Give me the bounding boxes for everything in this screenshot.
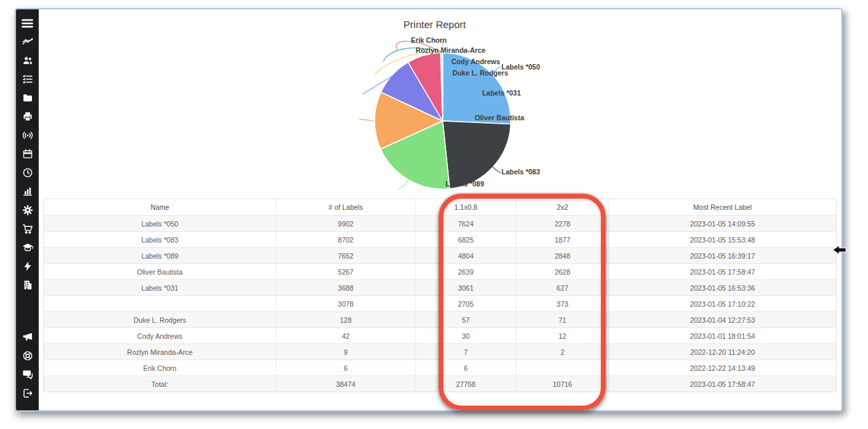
pie-slice[interactable]	[443, 121, 511, 189]
activity-chart-icon[interactable]	[16, 33, 39, 50]
pie-label: Labels *031	[482, 89, 521, 97]
table-cell: 2022-12-22 14:13:49	[609, 360, 837, 376]
pie-label: Labels *083	[501, 168, 540, 176]
table-cell: 3688	[276, 280, 415, 296]
pie-label: Oliver Bautista	[475, 114, 524, 122]
app-window: Printer Report Labels *050Labels *083Lab…	[15, 8, 843, 412]
table-cell: 2023-01-01 18:01:54	[609, 328, 837, 344]
shopping-cart-icon[interactable]	[16, 221, 39, 237]
table-cell: 9902	[276, 216, 415, 232]
pie-label: Cody Andrews	[451, 57, 500, 65]
sidebar	[16, 9, 39, 410]
table-row: Rozlyn Miranda-Arce9722022-12-20 11:24:2…	[44, 344, 837, 360]
table-total-row: Total:3847427758107162023-01-05 17:58:47	[44, 376, 837, 392]
lightning-bolt-icon[interactable]	[16, 258, 39, 275]
pie-leader-line	[491, 166, 501, 173]
table-cell: Erik Chorn	[44, 360, 276, 376]
clock-icon[interactable]	[16, 164, 39, 181]
table-row: Labels *0838702682518772023-01-05 15:53:…	[44, 232, 837, 248]
table-cell: 42	[276, 328, 415, 344]
table-cell: 2023-01-05 16:39:17	[609, 248, 837, 264]
life-ring-icon[interactable]	[16, 347, 39, 364]
printer-icon[interactable]	[16, 108, 39, 125]
pie-leader-line	[398, 180, 409, 189]
table-cell: 2848	[516, 248, 609, 264]
checklist-icon[interactable]	[16, 71, 39, 88]
table-row: Labels *0897652480428482023-01-05 16:39:…	[44, 248, 837, 264]
settings-gear-icon[interactable]	[16, 202, 39, 219]
table-cell: 2023-01-04 12:27:53	[609, 312, 837, 328]
column-header-3[interactable]: 1.1x0.8	[415, 199, 516, 216]
table-cell: 6	[415, 360, 516, 376]
table-cell: 6825	[415, 232, 516, 248]
chat-messages-icon[interactable]	[16, 366, 39, 383]
table-cell: 10716	[516, 376, 609, 392]
table-cell: 3078	[276, 296, 415, 312]
column-header-5[interactable]: Most Recent Label	[609, 199, 837, 216]
calendar-icon[interactable]	[16, 146, 39, 162]
table-cell: 3061	[415, 280, 516, 296]
table-row: Labels *0509902762422782023-01-05 14:09:…	[44, 216, 837, 232]
printer-report-table: Name# of Labels1.1x0.82x2Most Recent Lab…	[43, 198, 837, 392]
table-cell: Rozlyn Miranda-Arce	[44, 344, 276, 360]
table-row: 307827053732023-01-05 17:10:22	[44, 296, 837, 312]
building-icon[interactable]	[16, 277, 39, 293]
table-cell: 57	[415, 312, 516, 328]
table-cell: 5267	[276, 264, 415, 280]
table-cell: Labels *031	[44, 280, 276, 296]
graduation-cap-icon[interactable]	[16, 239, 39, 256]
table-cell: Cody Andrews	[44, 328, 276, 344]
table-cell: 2023-01-05 17:58:47	[609, 376, 837, 392]
pie-label: Erik Chorn	[411, 36, 447, 44]
mouse-cursor	[832, 245, 848, 257]
menu-icon[interactable]	[16, 15, 39, 31]
table-cell: 6	[276, 360, 415, 376]
table-cell: 373	[516, 296, 609, 312]
table-cell: 8702	[276, 232, 415, 248]
table-cell: 2023-01-05 14:09:55	[609, 216, 837, 232]
table-cell: 2	[516, 344, 609, 360]
broadcast-icon[interactable]	[16, 127, 39, 144]
bar-chart-icon[interactable]	[16, 183, 39, 200]
table-cell: Total:	[44, 376, 276, 392]
table-row: Duke L. Rodgers12857712023-01-04 12:27:5…	[44, 312, 837, 328]
table-cell: 2705	[415, 296, 516, 312]
table-row: Labels *031368830616272023-01-05 16:53:3…	[44, 280, 837, 296]
logout-icon[interactable]	[16, 385, 39, 402]
table-row: Cody Andrews4230122023-01-01 18:01:54	[44, 328, 837, 344]
column-header-2[interactable]: # of Labels	[276, 199, 415, 216]
table-cell: 12	[516, 328, 609, 344]
table-cell: 2022-12-20 11:24:20	[609, 344, 837, 360]
pie-label: Rozlyn Miranda-Arce	[416, 46, 485, 54]
megaphone-icon[interactable]	[16, 329, 39, 345]
pie-label: Labels *089	[445, 180, 484, 188]
table-cell: 7	[415, 344, 516, 360]
folder-icon[interactable]	[16, 90, 39, 106]
table-cell: 128	[276, 312, 415, 328]
table-cell: Duke L. Rodgers	[44, 312, 276, 328]
table-cell: 2639	[415, 264, 516, 280]
table-row: Oliver Bautista5267263926282023-01-05 17…	[44, 264, 837, 280]
table-row: Erik Chorn662022-12-22 14:13:49	[44, 360, 837, 376]
table-cell: 7624	[415, 216, 516, 232]
table-cell: 2023-01-05 16:53:36	[609, 280, 837, 296]
table-cell: 38474	[276, 376, 415, 392]
table-header-row: Name# of Labels1.1x0.82x2Most Recent Lab…	[44, 199, 837, 216]
table-cell: 7652	[276, 248, 415, 264]
column-header-4[interactable]: 2x2	[516, 199, 609, 216]
table-cell: 1877	[516, 232, 609, 248]
table-cell: 2023-01-05 17:10:22	[609, 296, 837, 312]
table-cell: Labels *083	[44, 232, 276, 248]
table-cell: 2278	[516, 216, 609, 232]
table-cell: 71	[516, 312, 609, 328]
table-cell: 30	[415, 328, 516, 344]
printer-report-chart: Printer Report Labels *050Labels *083Lab…	[39, 9, 841, 198]
table-cell: 9	[276, 344, 415, 360]
table-cell: 2628	[516, 264, 609, 280]
main-content: Printer Report Labels *050Labels *083Lab…	[39, 9, 841, 410]
table-cell	[516, 360, 609, 376]
users-icon[interactable]	[16, 52, 39, 69]
table-cell: Labels *089	[44, 248, 276, 264]
column-header-1[interactable]: Name	[44, 199, 276, 216]
table-cell: 2023-01-05 17:58:47	[609, 264, 837, 280]
